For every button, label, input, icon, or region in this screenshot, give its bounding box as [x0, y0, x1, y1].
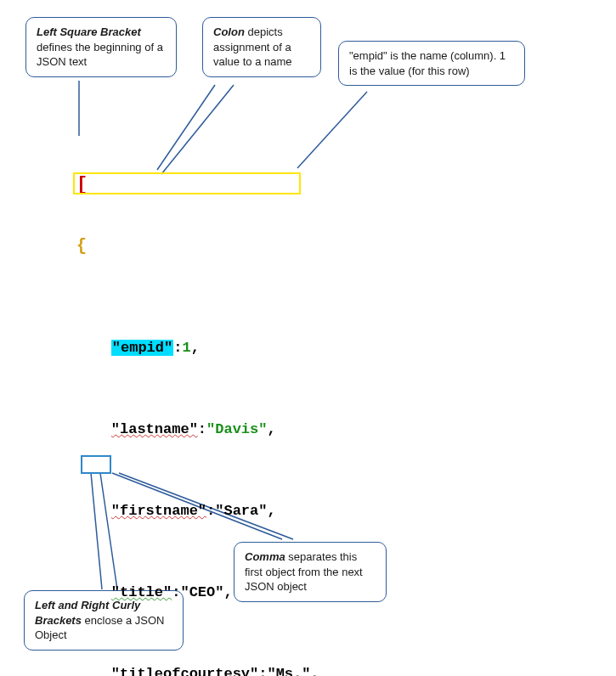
- callout-bold: Colon: [213, 25, 245, 38]
- json-key: "lastname": [111, 421, 198, 437]
- code-line: "firstname":"Sara",: [76, 481, 466, 501]
- open-square-bracket: [: [76, 174, 88, 195]
- json-value: "Davis": [206, 421, 267, 437]
- json-value: "CEO": [180, 584, 223, 600]
- json-key: "title": [111, 584, 172, 600]
- json-code-block: [ { "empid":1, "lastname":"Davis", "firs…: [76, 134, 466, 676]
- callout-left-bracket: Left Square Bracket defines the beginnin…: [25, 17, 177, 77]
- callout-text: defines the beginning of a JSON text: [37, 41, 163, 69]
- json-value: 1: [182, 340, 190, 356]
- json-key: "firstname": [111, 503, 206, 519]
- callout-bold: Left Square Bracket: [37, 25, 141, 38]
- json-value: "Sara": [215, 503, 267, 519]
- json-key: "empid": [111, 340, 173, 356]
- code-line: "lastname":"Davis",: [76, 399, 466, 420]
- callout-colon: Colon depicts assignment of a value to a…: [202, 17, 321, 77]
- code-line: "titleofcourtesy":"Ms.",: [76, 644, 466, 664]
- callout-text: "empid" is the name (column). 1 is the v…: [349, 49, 506, 77]
- json-value: "Ms.": [267, 666, 310, 676]
- callout-empid-note: "empid" is the name (column). 1 is the v…: [338, 41, 525, 86]
- open-curly-bracket: {: [76, 236, 87, 256]
- code-line: "empid":1,: [76, 318, 466, 338]
- code-line: "title":"CEO",: [76, 562, 466, 583]
- json-key: "titleofcourtesy": [111, 666, 258, 676]
